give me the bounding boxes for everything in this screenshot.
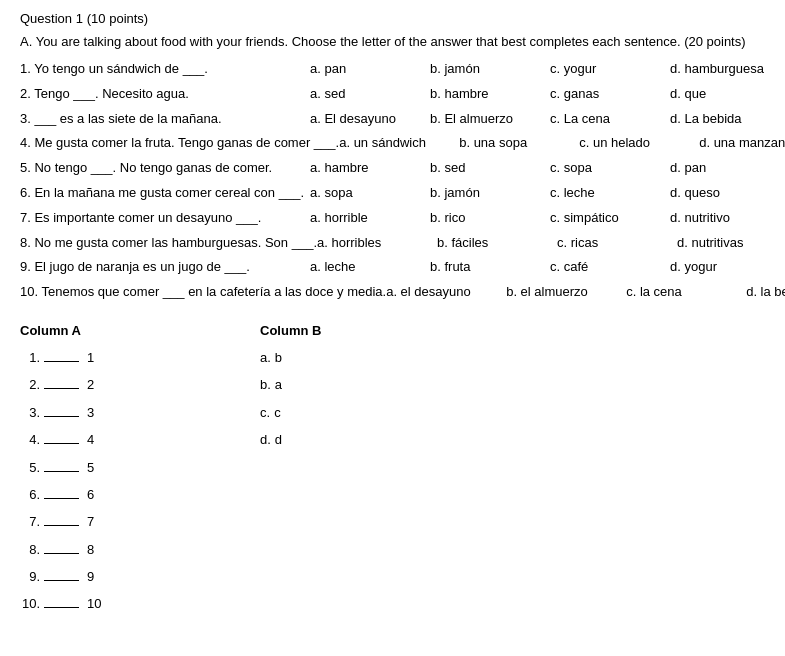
col-b-value: b: [275, 346, 282, 369]
matching-row-a: 9.9: [20, 565, 200, 588]
matching-section-wrapper: Column A 1.12.23.34.45.56.67.78.89.910.1…: [20, 323, 765, 620]
sentence-row: 10. Tenemos que comer ___ en la cafeterí…: [20, 282, 765, 303]
match-label: 2: [87, 373, 117, 396]
col-b-value: d: [275, 428, 282, 451]
matching-row-a: 10.10: [20, 592, 200, 615]
match-label: 7: [87, 510, 117, 533]
match-number: 3.: [20, 401, 40, 424]
match-blank[interactable]: [44, 471, 79, 472]
sentence-text: 3. ___ es a las siete de la mañana.: [20, 109, 310, 130]
choice-item: c. ricas: [557, 233, 677, 254]
match-blank[interactable]: [44, 553, 79, 554]
matching-row-a: 2.2: [20, 373, 200, 396]
match-label: 3: [87, 401, 117, 424]
choice-item: d. una manzana: [699, 133, 785, 154]
choice-item: a. sopa: [310, 183, 430, 204]
sentence-row: 6. En la mañana me gusta comer cereal co…: [20, 183, 765, 204]
match-number: 2.: [20, 373, 40, 396]
choice-item: b. el almuerzo: [506, 282, 626, 303]
match-blank[interactable]: [44, 388, 79, 389]
choice-item: b. jamón: [430, 183, 550, 204]
choice-item: a. hambre: [310, 158, 430, 179]
choice-item: a. El desayuno: [310, 109, 430, 130]
match-number: 9.: [20, 565, 40, 588]
match-blank[interactable]: [44, 361, 79, 362]
col-b-letter: a.: [260, 346, 271, 369]
match-number: 8.: [20, 538, 40, 561]
choice-item: d. la bebida: [746, 282, 785, 303]
choice-item: b. fruta: [430, 257, 550, 278]
choice-item: a. horribles: [317, 233, 437, 254]
column-b-header: Column B: [260, 323, 380, 338]
match-label: 4: [87, 428, 117, 451]
matching-row-a: 1.1: [20, 346, 200, 369]
match-blank[interactable]: [44, 525, 79, 526]
match-label: 9: [87, 565, 117, 588]
match-number: 7.: [20, 510, 40, 533]
choice-item: b. fáciles: [437, 233, 557, 254]
sentence-text: 10. Tenemos que comer ___ en la cafeterí…: [20, 282, 386, 303]
question-points: (10 points): [87, 11, 148, 26]
choice-item: a. un sándwich: [339, 133, 459, 154]
choices: a. sedb. hambrec. ganasd. que: [310, 84, 785, 105]
sentence-row: 1. Yo tengo un sándwich de ___.a. panb. …: [20, 59, 765, 80]
col-b-letter: c.: [260, 401, 270, 424]
matching-row-a: 6.6: [20, 483, 200, 506]
sentence-row: 7. Es importante comer un desayuno ___.a…: [20, 208, 765, 229]
match-label: 6: [87, 483, 117, 506]
sentence-text: 8. No me gusta comer las hamburguesas. S…: [20, 233, 317, 254]
choice-item: d. nutritivas: [677, 233, 785, 254]
col-b-value: c: [274, 401, 281, 424]
choice-item: c. la cena: [626, 282, 746, 303]
choice-item: b. El almuerzo: [430, 109, 550, 130]
column-a-rows: 1.12.23.34.45.56.67.78.89.910.10: [20, 346, 200, 616]
choice-item: a. horrible: [310, 208, 430, 229]
matching-row-b: b.a: [260, 373, 380, 396]
choice-item: a. el desayuno: [386, 282, 506, 303]
sentences-section: 1. Yo tengo un sándwich de ___.a. panb. …: [20, 59, 765, 303]
choice-item: b. sed: [430, 158, 550, 179]
choice-item: c. La cena: [550, 109, 670, 130]
column-a-header: Column A: [20, 323, 200, 338]
col-b-letter: d.: [260, 428, 271, 451]
choices: a. lecheb. frutac. caféd. yogur: [310, 257, 785, 278]
sentence-row: 5. No tengo ___. No tengo ganas de comer…: [20, 158, 765, 179]
match-blank[interactable]: [44, 580, 79, 581]
question-title: Question 1: [20, 11, 83, 26]
match-blank[interactable]: [44, 416, 79, 417]
choice-item: d. La bebida: [670, 109, 785, 130]
matching-row-a: 7.7: [20, 510, 200, 533]
match-blank[interactable]: [44, 498, 79, 499]
choices: a. sopab. jamónc. leched. queso: [310, 183, 785, 204]
choices: a. El desayunob. El almuerzoc. La cenad.…: [310, 109, 785, 130]
choice-item: c. simpático: [550, 208, 670, 229]
match-blank[interactable]: [44, 443, 79, 444]
choice-item: b. jamón: [430, 59, 550, 80]
choice-item: d. que: [670, 84, 785, 105]
choices: a. un sándwichb. una sopac. un heladod. …: [339, 133, 785, 154]
question-header: Question 1 (10 points): [20, 10, 765, 26]
choice-item: b. rico: [430, 208, 550, 229]
choices: a. horriblesb. fácilesc. ricasd. nutriti…: [317, 233, 785, 254]
choice-item: d. queso: [670, 183, 785, 204]
choice-item: a. leche: [310, 257, 430, 278]
choice-item: d. pan: [670, 158, 785, 179]
choice-item: c. sopa: [550, 158, 670, 179]
sentence-text: 7. Es importante comer un desayuno ___.: [20, 208, 310, 229]
choice-item: d. yogur: [670, 257, 785, 278]
choice-item: d. hamburguesa: [670, 59, 785, 80]
match-label: 8: [87, 538, 117, 561]
col-b-value: a: [275, 373, 282, 396]
choices: a. horribleb. ricoc. simpáticod. nutriti…: [310, 208, 785, 229]
choice-item: c. un helado: [579, 133, 699, 154]
sentence-text: 6. En la mañana me gusta comer cereal co…: [20, 183, 310, 204]
choices: a. panb. jamónc. yogurd. hamburguesa: [310, 59, 785, 80]
column-b: Column B a.bb.ac.cd.d: [260, 323, 380, 620]
matching-row-a: 3.3: [20, 401, 200, 424]
sentence-text: 2. Tengo ___. Necesito agua.: [20, 84, 310, 105]
choice-item: a. sed: [310, 84, 430, 105]
choice-item: b. una sopa: [459, 133, 579, 154]
sentence-text: 1. Yo tengo un sándwich de ___.: [20, 59, 310, 80]
match-blank[interactable]: [44, 607, 79, 608]
sentence-row: 3. ___ es a las siete de la mañana.a. El…: [20, 109, 765, 130]
